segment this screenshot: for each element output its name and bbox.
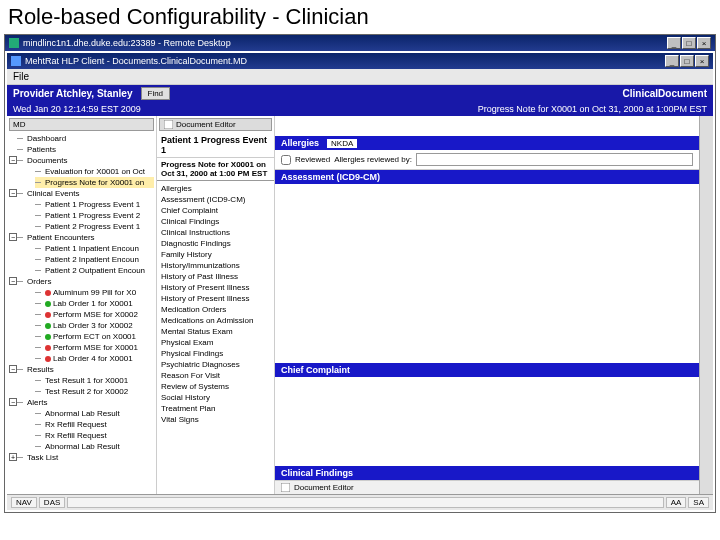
tree-o7[interactable]: Lab Order 4 for X0001 [35, 353, 154, 364]
expander-icon[interactable]: + [9, 453, 17, 461]
tree-clinical-events[interactable]: −Clinical Events Patient 1 Progress Even… [17, 188, 154, 232]
status-das[interactable]: DAS [39, 497, 65, 508]
nkda-tag[interactable]: NKDA [327, 139, 357, 148]
status-bar: NAV DAS AA SA [7, 494, 713, 510]
tree-documents[interactable]: −Documents Evaluation for X0001 on Oct P… [17, 155, 154, 188]
reviewed-label: Reviewed [295, 155, 330, 164]
tree-en1[interactable]: Patient 1 Inpatient Encoun [35, 243, 154, 254]
minimize-button[interactable]: _ [667, 37, 681, 49]
progress-note-heading: Progress Note for X0001 on Oct 31, 2000 … [157, 158, 274, 181]
section-item[interactable]: Reason For Visit [159, 370, 272, 381]
tree-patients[interactable]: Patients [17, 144, 154, 155]
section-item[interactable]: Allergies [159, 183, 272, 194]
workspace: MD Dashboard Patients −Documents Evaluat… [7, 116, 713, 494]
status-dot-icon [45, 323, 51, 329]
expander-icon[interactable]: − [9, 233, 17, 241]
vertical-scrollbar[interactable] [699, 116, 713, 494]
expander-icon[interactable]: − [9, 398, 17, 406]
section-item[interactable]: Physical Exam [159, 337, 272, 348]
tree-en2[interactable]: Patient 2 Inpatient Encoun [35, 254, 154, 265]
remote-desktop-window: mindlinc1n1.dhe.duke.edu:23389 - Remote … [4, 34, 716, 513]
inner-window-controls: _ □ × [665, 55, 709, 67]
inner-maximize-button[interactable]: □ [680, 55, 694, 67]
status-aa[interactable]: AA [666, 497, 687, 508]
expander-icon[interactable]: − [9, 277, 17, 285]
nav-header: MD [9, 118, 154, 131]
tree-o4[interactable]: Lab Order 3 for X0002 [35, 320, 154, 331]
section-item[interactable]: Mental Status Exam [159, 326, 272, 337]
expander-icon[interactable]: − [9, 189, 17, 197]
tree-orders[interactable]: −Orders Aluminum 99 Pill for X0 Lab Orde… [17, 276, 154, 364]
tree-encounters[interactable]: −Patient Encounters Patient 1 Inpatient … [17, 232, 154, 276]
tree-a3[interactable]: Rx Refill Request [35, 430, 154, 441]
allergies-review-row: Reviewed Allergies reviewed by: [275, 150, 699, 170]
patient-event-heading: Patient 1 Progress Event 1 [157, 133, 274, 158]
section-item[interactable]: Psychiatric Diagnoses [159, 359, 272, 370]
reviewed-by-input[interactable] [416, 153, 693, 166]
section-item[interactable]: Chief Complaint [159, 205, 272, 216]
expander-icon[interactable]: − [9, 365, 17, 373]
section-item[interactable]: Review of Systems [159, 381, 272, 392]
tree-a2[interactable]: Rx Refill Request [35, 419, 154, 430]
tree-o5[interactable]: Perform ECT on X0001 [35, 331, 154, 342]
tree-ce3[interactable]: Patient 2 Progress Event 1 [35, 221, 154, 232]
expander-icon[interactable]: − [9, 156, 17, 164]
tree-alerts[interactable]: −Alerts Abnormal Lab Result Rx Refill Re… [17, 397, 154, 452]
status-nav[interactable]: NAV [11, 497, 37, 508]
tree-o3[interactable]: Perform MSE for X0002 [35, 309, 154, 320]
chief-complaint-body[interactable] [275, 377, 699, 466]
tree-o1[interactable]: Aluminum 99 Pill for X0 [35, 287, 154, 298]
section-item[interactable]: Clinical Findings [159, 216, 272, 227]
clinical-findings-band: Clinical Findings [275, 466, 699, 480]
inner-window-title: MehtRat HLP Client - Documents.ClinicalD… [25, 56, 247, 66]
section-item[interactable]: History of Past Illness [159, 271, 272, 282]
tree-r1[interactable]: Test Result 1 for X0001 [35, 375, 154, 386]
document-editor-tab-top[interactable]: Document Editor [159, 118, 272, 131]
section-item[interactable]: Physical Findings [159, 348, 272, 359]
bottom-tab-label: Document Editor [294, 483, 354, 492]
section-item[interactable]: Assessment (ICD9-CM) [159, 194, 272, 205]
allergies-label: Allergies [281, 138, 319, 148]
tree-o2[interactable]: Lab Order 1 for X0001 [35, 298, 154, 309]
svg-rect-2 [164, 120, 173, 129]
tree-tasklist[interactable]: +Task List [17, 452, 154, 463]
find-button[interactable]: Find [141, 87, 171, 100]
tree-root: Dashboard Patients −Documents Evaluation… [9, 133, 154, 463]
tree-en3[interactable]: Patient 2 Outpatient Encoun [35, 265, 154, 276]
tree-o6[interactable]: Perform MSE for X0001 [35, 342, 154, 353]
tree-r2[interactable]: Test Result 2 for X0002 [35, 386, 154, 397]
section-item[interactable]: Medications on Admission [159, 315, 272, 326]
tree-results[interactable]: −Results Test Result 1 for X0001 Test Re… [17, 364, 154, 397]
section-item[interactable]: Vital Signs [159, 414, 272, 425]
section-list: AllergiesAssessment (ICD9-CM)Chief Compl… [157, 181, 274, 494]
tree-doc-progress[interactable]: Progress Note for X0001 on [35, 177, 154, 188]
menu-file[interactable]: File [13, 71, 29, 82]
reviewed-checkbox[interactable] [281, 155, 291, 165]
tree-doc-eval[interactable]: Evaluation for X0001 on Oct [35, 166, 154, 177]
provider-bar: Provider Atchley, Stanley Find ClinicalD… [7, 85, 713, 102]
outer-window-title: mindlinc1n1.dhe.duke.edu:23389 - Remote … [23, 38, 231, 48]
document-editor-tab-bottom[interactable]: Document Editor [275, 480, 699, 494]
status-sa[interactable]: SA [688, 497, 709, 508]
context-note-label: Progress Note for X0001 on Oct 31, 2000 … [478, 104, 707, 114]
tree-a4[interactable]: Abnormal Lab Result [35, 441, 154, 452]
section-item[interactable]: History of Present Illness [159, 282, 272, 293]
close-button[interactable]: × [697, 37, 711, 49]
assessment-body[interactable] [275, 184, 699, 363]
tree-dashboard[interactable]: Dashboard [17, 133, 154, 144]
section-item[interactable]: History of Present Illness [159, 293, 272, 304]
section-item[interactable]: Family History [159, 249, 272, 260]
date-bar: Wed Jan 20 12:14:59 EST 2009 Progress No… [7, 102, 713, 116]
section-item[interactable]: Medication Orders [159, 304, 272, 315]
tree-a1[interactable]: Abnormal Lab Result [35, 408, 154, 419]
section-item[interactable]: History/Immunizations [159, 260, 272, 271]
tree-ce1[interactable]: Patient 1 Progress Event 1 [35, 199, 154, 210]
section-item[interactable]: Clinical Instructions [159, 227, 272, 238]
section-item[interactable]: Social History [159, 392, 272, 403]
inner-minimize-button[interactable]: _ [665, 55, 679, 67]
tree-ce2[interactable]: Patient 1 Progress Event 2 [35, 210, 154, 221]
section-item[interactable]: Diagnostic Findings [159, 238, 272, 249]
inner-close-button[interactable]: × [695, 55, 709, 67]
section-item[interactable]: Treatment Plan [159, 403, 272, 414]
maximize-button[interactable]: □ [682, 37, 696, 49]
